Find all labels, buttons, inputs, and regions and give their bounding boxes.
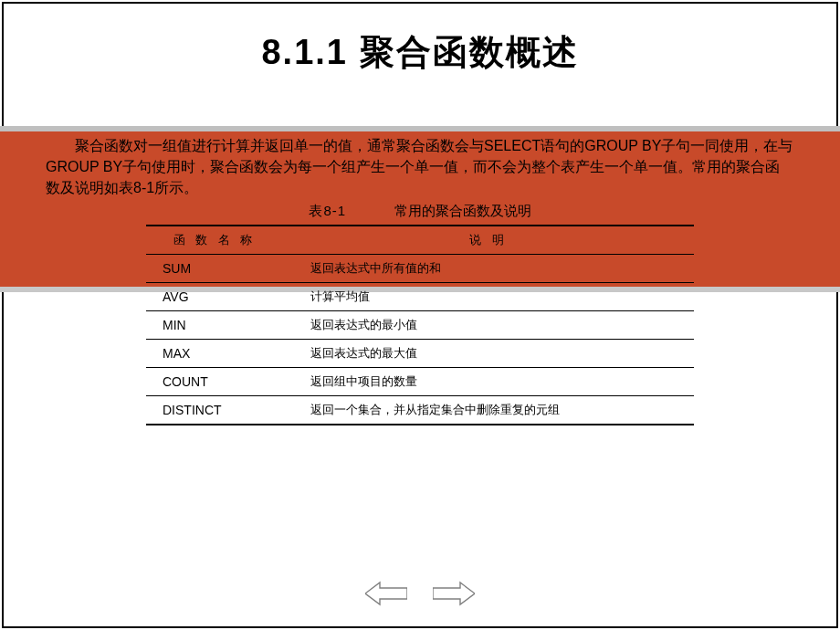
func-name: AVG [146,283,283,311]
arrow-left-icon [365,581,407,606]
func-desc: 返回表达式中所有值的和 [283,255,694,283]
table-caption-id: 表8-1 [309,203,346,218]
aggregate-functions-table: 函 数 名 称 说 明 SUM 返回表达式中所有值的和 AVG 计算平均值 MI… [146,225,694,425]
arrow-right-icon [433,581,475,606]
table-row: DISTINCT 返回一个集合，并从指定集合中删除重复的元组 [146,396,694,425]
func-desc: 返回组中项目的数量 [283,368,694,396]
func-desc: 返回表达式的最小值 [283,311,694,340]
table-row: COUNT 返回组中项目的数量 [146,368,694,396]
page-title: 8.1.1 聚合函数概述 [0,0,840,100]
func-desc: 返回表达式的最大值 [283,340,694,368]
prev-arrow-button[interactable] [365,581,407,606]
func-name: COUNT [146,368,283,396]
func-name: MAX [146,340,283,368]
func-name: SUM [146,255,283,283]
body-paragraph-text: 聚合函数对一组值进行计算并返回单一的值，通常聚合函数会与SELECT语句的GRO… [46,135,794,199]
table-row: AVG 计算平均值 [146,283,694,311]
table-caption: 表8-1 常用的聚合函数及说明 [0,203,840,220]
func-name: MIN [146,311,283,340]
table-row: MIN 返回表达式的最小值 [146,311,694,340]
func-name: DISTINCT [146,396,283,425]
table-header-name: 函 数 名 称 [146,226,283,255]
svg-marker-1 [433,583,475,604]
func-desc: 计算平均值 [283,283,694,311]
body-paragraph: 聚合函数对一组值进行计算并返回单一的值，通常聚合函数会与SELECT语句的GRO… [46,135,794,199]
nav-controls [0,581,840,610]
table-header-desc: 说 明 [283,226,694,255]
table-row: SUM 返回表达式中所有值的和 [146,255,694,283]
table-row: MAX 返回表达式的最大值 [146,340,694,368]
svg-marker-0 [365,583,407,604]
func-desc: 返回一个集合，并从指定集合中删除重复的元组 [283,396,694,425]
table-caption-text: 常用的聚合函数及说明 [394,203,531,218]
next-arrow-button[interactable] [433,581,475,606]
table-header-row: 函 数 名 称 说 明 [146,226,694,255]
